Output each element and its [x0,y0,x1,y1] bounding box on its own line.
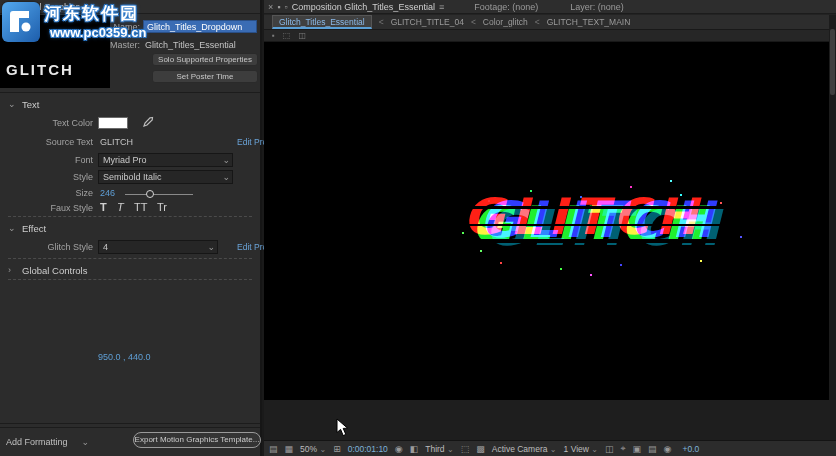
tab-footage[interactable]: Footage: (none) [474,2,538,12]
source-text-label: Source Text [0,137,93,147]
glitch-style-label: Glitch Style [0,242,93,252]
faux-all-caps-button[interactable]: TT [134,201,147,213]
snapshot-icon[interactable]: ◉ [395,444,403,454]
template-name-input[interactable]: Glitch_Titles_Dropdown [143,20,257,33]
chevron-down-icon[interactable]: ⌄ [8,99,16,109]
chevron-down-icon[interactable]: ⌄ [8,223,16,233]
view-layout-select[interactable]: 1 View ⌄ [564,444,598,454]
close-icon[interactable]: × [268,2,273,12]
faux-bold-button[interactable]: T [100,201,107,213]
composition-viewport[interactable]: GLITCH GLITCH GLITCH GLITCH [264,42,836,400]
pixel-icon[interactable]: ◫ [298,31,306,40]
region-of-interest-icon[interactable]: ⬚ [461,444,470,454]
text-color-swatch[interactable] [98,117,128,129]
viewer-scrollbar-thumb[interactable] [830,29,835,95]
size-slider-handle[interactable] [146,190,154,198]
export-motion-graphics-template-button[interactable]: Export Motion Graphics Template... [133,432,261,448]
chevron-down-icon: ⌄ [222,154,230,167]
after-effects-window: Essential Graphics ≡ GLITCH Name: Glitch… [0,0,836,456]
composition-breadcrumb: Glitch_Titles_Essential < GLITCH_TITLE_0… [264,15,836,30]
glitch-noise [470,192,472,194]
glitch-style-dropdown[interactable]: 4 ⌄ [98,240,218,254]
panel-icon: ▪ [277,2,280,12]
timeline-icon[interactable]: ▣ [633,444,642,454]
glitch-slice [446,224,774,226]
set-poster-time-button[interactable]: Set Poster Time [152,70,258,83]
breadcrumb-separator: < [379,17,384,27]
magnification-select[interactable]: 50% ⌄ [300,444,326,454]
section-effect-title: Effect [22,223,46,234]
size-label: Size [0,188,93,198]
channels-icon[interactable]: ◧ [410,444,419,454]
glitch-style-value: 4 [103,242,108,252]
breadcrumb-separator: < [535,17,540,27]
panel-menu-icon[interactable]: ≡ [439,2,444,12]
resolution-select[interactable]: Third ⌄ [425,444,453,454]
style-label: Style [0,172,93,182]
breadcrumb-item[interactable]: GLITCH_TEXT_MAIN [547,17,631,27]
breadcrumb-item[interactable]: Color_glitch [483,17,528,27]
add-formatting-label: Add Formatting [6,437,68,447]
solo-supported-properties-button[interactable]: Solo Supported Properties [152,53,258,66]
position-coordinates[interactable]: 950.0 , 440.0 [98,352,151,362]
glitch-slice [446,239,774,243]
glitch-style-edit-link[interactable]: Edit Pro [237,242,267,252]
chevron-down-icon: ⌄ [319,445,326,454]
style-dropdown[interactable]: Semibold Italic ⌄ [98,170,233,184]
chevron-down-icon: ⌄ [207,241,215,254]
add-formatting-dropdown[interactable]: Add Formatting ⌄ [6,437,89,447]
watermark-site-url: www.pc0359.cn [50,25,146,40]
exposure-value[interactable]: +0.0 [682,444,699,454]
section-effect[interactable]: ⌄ Effect [0,221,260,235]
breadcrumb-active-comp[interactable]: Glitch_Titles_Essential [272,15,372,29]
flowchart-icon[interactable]: ▤ [269,444,278,454]
size-slider-track[interactable] [125,194,193,195]
text-color-label: Text Color [0,118,93,128]
section-text-title: Text [22,99,39,110]
breadcrumb-item[interactable]: GLITCH_TITLE_04 [391,17,464,27]
font-dropdown[interactable]: Myriad Pro ⌄ [98,153,233,167]
chevron-down-icon: ⌄ [82,437,90,447]
view-layout-value: 1 View [564,444,589,454]
viewer-scrollbar[interactable] [829,15,836,400]
current-time-display[interactable]: 0:00:01:10 [348,444,388,454]
font-label: Font [0,155,93,165]
tab-composition[interactable]: Composition Glitch_Titles_Essential [292,2,435,12]
mouse-cursor-icon [336,418,349,439]
essential-graphics-panel: Essential Graphics ≡ GLITCH Name: Glitch… [0,0,262,456]
thumbnail-text: GLITCH [6,61,74,78]
section-text[interactable]: ⌄ Text [0,97,260,111]
safe-zones-icon[interactable]: ⊞ [333,444,341,454]
section-global-controls[interactable]: › Global Controls [0,263,260,277]
faux-small-caps-button[interactable]: Tr [157,201,167,213]
reset-exposure-icon[interactable]: ◉ [664,444,672,454]
panel-icon[interactable]: ▪ [272,31,275,40]
camera-view-select[interactable]: Active Camera ⌄ [492,444,557,454]
glitch-slice [446,254,774,256]
section-global-title: Global Controls [22,265,87,276]
pixel-aspect-icon[interactable]: ◫ [605,444,614,454]
faux-style-label: Faux Style [0,203,93,213]
tab-layer[interactable]: Layer: (none) [570,2,624,12]
fast-previews-icon[interactable]: ⌖ [621,443,626,454]
composition-tab-bar: × ▪ ▫ Composition Glitch_Titles_Essentia… [264,0,836,14]
lock-icon[interactable]: ▫ [284,2,287,12]
grid-icon[interactable]: ▦ [285,444,294,454]
roi-icon[interactable]: ⬚ [283,31,291,40]
size-value[interactable]: 246 [100,188,115,198]
transparency-grid-icon[interactable]: ▩ [476,444,485,454]
master-comp-value[interactable]: Glitch_Titles_Essential [145,40,236,50]
comp-flowchart-icon[interactable]: ▤ [648,444,657,454]
camera-view-value: Active Camera [492,444,548,454]
eyedropper-icon[interactable] [142,116,154,128]
faux-italic-button[interactable]: T [117,201,124,213]
watermark: 河东软件园 www.pc0359.cn [2,2,146,42]
source-text-value[interactable]: GLITCH [100,137,133,147]
breadcrumb-separator: < [471,17,476,27]
watermark-logo-icon [2,2,40,42]
chevron-down-icon: ⌄ [591,445,598,454]
watermark-site-name: 河东软件园 [44,2,146,25]
chevron-down-icon: ⌄ [447,445,454,454]
composition-panel: × ▪ ▫ Composition Glitch_Titles_Essentia… [264,0,836,456]
chevron-right-icon[interactable]: › [8,265,16,275]
